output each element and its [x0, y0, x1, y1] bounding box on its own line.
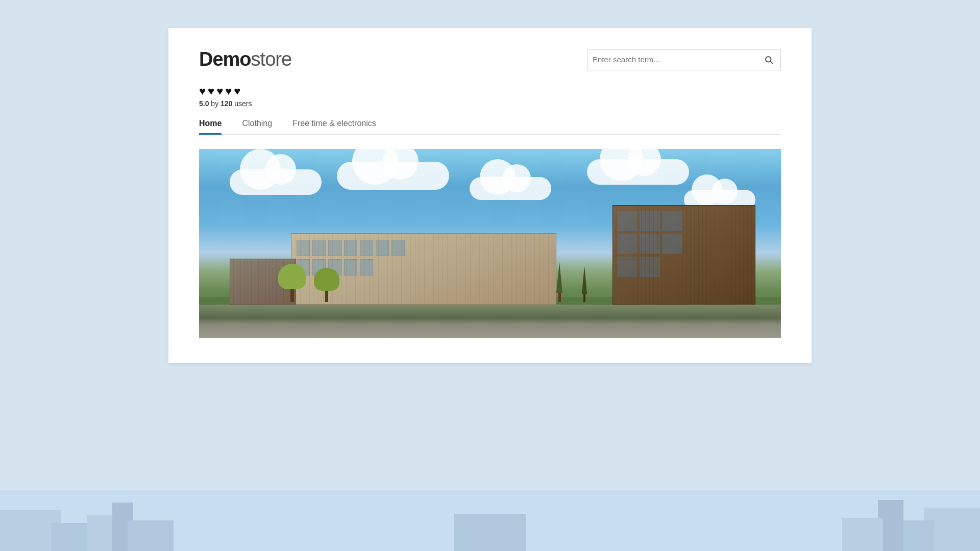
- heart-3: ♥: [216, 86, 223, 97]
- tree-2: [314, 268, 339, 302]
- cloud-2: [337, 162, 449, 190]
- heart-4: ♥: [225, 86, 232, 97]
- search-icon: [764, 55, 773, 64]
- rating-count: 120: [220, 99, 232, 108]
- svg-line-1: [770, 61, 772, 63]
- search-input[interactable]: [593, 55, 762, 64]
- nav-item-home[interactable]: Home: [199, 119, 222, 135]
- pathway: [199, 305, 781, 338]
- rating-by: by: [211, 99, 218, 108]
- search-bar: [587, 49, 781, 70]
- rating-score: 5.0: [199, 99, 209, 108]
- city-bld-5: [128, 520, 174, 551]
- page-wrapper: Demostore ♥ ♥ ♥ ♥ ♥: [0, 0, 980, 551]
- cloud-4: [587, 159, 689, 185]
- cloud-3: [470, 177, 551, 200]
- logo-regular: store: [251, 48, 291, 70]
- hero-image: [199, 149, 781, 338]
- heart-2: ♥: [208, 86, 214, 97]
- search-button[interactable]: [762, 55, 775, 64]
- hearts: ♥ ♥ ♥ ♥ ♥: [199, 86, 781, 97]
- tree-1: [278, 264, 306, 302]
- cloud-1: [230, 169, 322, 195]
- heart-5: ♥: [234, 86, 240, 97]
- logo: Demostore: [199, 48, 291, 70]
- tree-4: [582, 266, 587, 302]
- nav-item-clothing[interactable]: Clothing: [242, 119, 272, 135]
- city-bld-2: [51, 523, 92, 551]
- building-right: [612, 205, 755, 305]
- city-background: [0, 490, 980, 551]
- city-bld-r4: [842, 518, 883, 551]
- cityscape-footer: [0, 490, 980, 551]
- main-card: Demostore ♥ ♥ ♥ ♥ ♥: [168, 28, 812, 363]
- rating-section: ♥ ♥ ♥ ♥ ♥ 5.0 by 120 users: [199, 86, 781, 108]
- nav-item-free-time[interactable]: Free time & electronics: [292, 119, 376, 135]
- header: Demostore: [199, 48, 781, 70]
- rating-text: 5.0 by 120 users: [199, 99, 781, 108]
- navigation: Home Clothing Free time & electronics: [199, 119, 781, 135]
- rating-users: users: [234, 99, 252, 108]
- logo-bold: Demo: [199, 48, 251, 70]
- tree-3: [556, 262, 562, 302]
- city-bld-r2: [898, 520, 934, 551]
- heart-1: ♥: [199, 86, 206, 97]
- city-bld-center: [454, 514, 526, 551]
